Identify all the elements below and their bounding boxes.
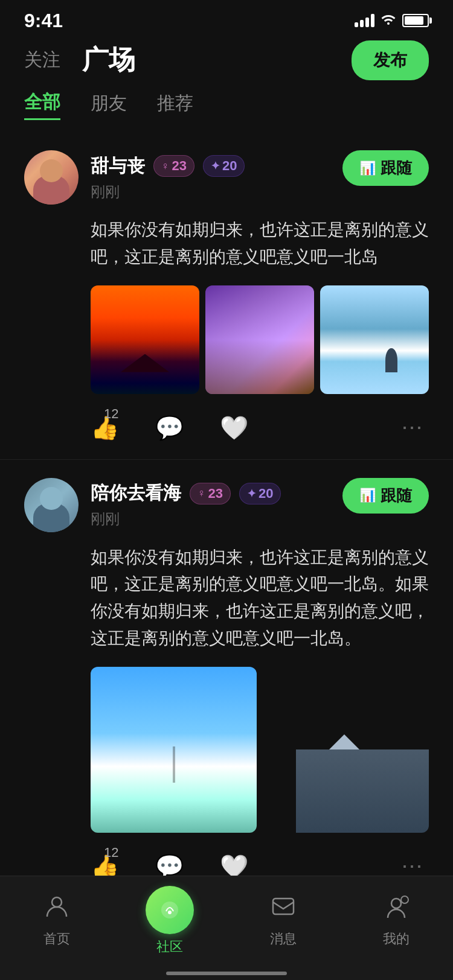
post-header: 陪你去看海 ♀ 23 ✦ 20 刚刚 📊 跟随 <box>24 478 429 532</box>
follow-button[interactable]: 📊 跟随 <box>342 478 429 514</box>
tab-recommend[interactable]: 推荐 <box>157 91 193 119</box>
level-icon: ✦ <box>247 487 256 500</box>
action-bar: 12 👍 💬 🤍 ⋯ <box>24 409 429 441</box>
action-bar: 12 👍 💬 🤍 ⋯ <box>24 847 429 880</box>
like-button[interactable]: 12 👍 <box>91 415 119 441</box>
badge-gender: ♀ 23 <box>153 155 194 177</box>
more-button[interactable]: ⋯ <box>401 415 423 441</box>
guanzhu-link[interactable]: 关注 <box>24 48 60 72</box>
svg-point-2 <box>161 902 178 918</box>
battery-icon <box>402 14 429 27</box>
level-icon: ✦ <box>211 159 220 173</box>
badge-gender: ♀ 23 <box>190 483 231 504</box>
messages-icon <box>270 894 297 926</box>
svg-point-3 <box>168 911 172 914</box>
svg-point-1 <box>52 897 62 907</box>
comment-icon: 💬 <box>155 415 184 441</box>
bottom-nav: 首页 社区 消息 我的 <box>0 876 453 980</box>
post-header: 甜与丧 ♀ 23 ✦ 20 刚刚 📊 跟随 <box>24 150 429 205</box>
post-images <box>91 667 429 833</box>
avatar[interactable] <box>24 478 79 532</box>
comment-button[interactable]: 💬 <box>155 415 184 441</box>
post-image-3[interactable] <box>320 285 429 394</box>
tab-all[interactable]: 全部 <box>24 90 60 120</box>
status-bar: 9:41 <box>0 0 453 36</box>
status-icons <box>355 13 429 28</box>
post-image-1[interactable] <box>91 285 199 394</box>
post-image-2[interactable] <box>205 285 314 394</box>
publish-button[interactable]: 发布 <box>352 40 429 80</box>
svg-rect-4 <box>273 899 294 914</box>
page-title: 广场 <box>82 42 135 78</box>
header: 关注 广场 发布 <box>0 36 453 90</box>
badge-level: ✦ 20 <box>203 155 245 177</box>
nav-home[interactable]: 首页 <box>0 894 114 948</box>
mine-icon <box>383 894 410 926</box>
nav-home-label: 首页 <box>43 930 70 948</box>
sound-wave-icon: 📊 <box>359 161 376 176</box>
nav-community[interactable]: 社区 <box>114 886 227 956</box>
username[interactable]: 甜与丧 <box>91 154 145 179</box>
status-time: 9:41 <box>24 10 63 32</box>
signal-icon <box>355 14 374 27</box>
post-card: 陪你去看海 ♀ 23 ✦ 20 刚刚 📊 跟随 如果你没有如期归来，也许这正是离… <box>0 460 453 899</box>
favorite-button[interactable]: 🤍 <box>220 415 248 441</box>
svg-point-5 <box>391 899 401 908</box>
heart-icon: 🤍 <box>220 415 248 441</box>
nav-messages-label: 消息 <box>270 930 297 948</box>
post-card: 甜与丧 ♀ 23 ✦ 20 刚刚 📊 跟随 如果你没有如期归来，也许这正是离别的… <box>0 132 453 460</box>
nav-mine[interactable]: 我的 <box>340 894 454 948</box>
gender-icon: ♀ <box>161 160 170 173</box>
follow-button[interactable]: 📊 跟随 <box>342 150 429 186</box>
badge-level: ✦ 20 <box>239 483 281 504</box>
post-time: 刚刚 <box>91 182 245 202</box>
wifi-icon <box>381 13 396 28</box>
avatar[interactable] <box>24 150 79 205</box>
post-image-2[interactable] <box>263 667 429 833</box>
post-content: 如果你没有如期归来，也许这正是离别的意义吧，这正是离别的意义吧意义吧一北岛。如果… <box>91 544 429 652</box>
gender-icon: ♀ <box>198 487 206 500</box>
post-content: 如果你没有如期归来，也许这正是离别的意义吧，这正是离别的意义吧意义吧一北岛 <box>91 217 429 271</box>
svg-point-6 <box>401 896 408 903</box>
tab-bar: 全部 朋友 推荐 <box>0 90 453 120</box>
post-image-1[interactable] <box>91 667 257 833</box>
tab-friends[interactable]: 朋友 <box>91 91 127 119</box>
post-images <box>91 285 429 394</box>
nav-messages[interactable]: 消息 <box>226 894 340 948</box>
username[interactable]: 陪你去看海 <box>91 481 181 506</box>
community-icon[interactable] <box>146 886 194 934</box>
svg-point-0 <box>387 22 390 25</box>
nav-mine-label: 我的 <box>383 930 410 948</box>
home-indicator <box>166 972 287 975</box>
sound-wave-icon: 📊 <box>359 488 376 503</box>
nav-community-label: 社区 <box>156 938 183 956</box>
post-time: 刚刚 <box>91 509 281 529</box>
home-icon <box>43 894 70 926</box>
